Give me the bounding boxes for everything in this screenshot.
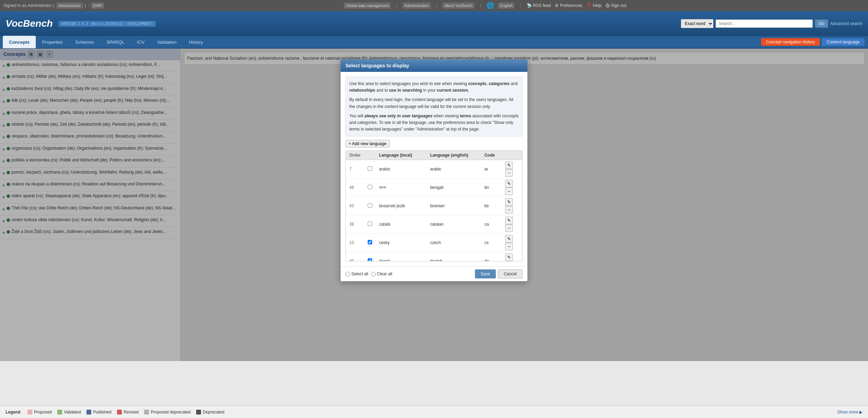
go-button[interactable]: Go bbox=[815, 19, 828, 28]
tab-concepts[interactable]: Concepts bbox=[3, 36, 36, 48]
legend-dot-prop-dep bbox=[144, 410, 149, 415]
clear-all-radio-input[interactable] bbox=[371, 272, 376, 276]
legend-dot-validated bbox=[57, 410, 62, 415]
lang-checkbox-0[interactable] bbox=[368, 166, 372, 171]
lang-check-cell-0[interactable] bbox=[364, 160, 376, 178]
lang-remove-btn-3[interactable]: − bbox=[505, 224, 513, 232]
concept-navigation-history-button[interactable]: Concept navigation history bbox=[761, 38, 820, 46]
lang-actions-3: ✎ − bbox=[502, 215, 522, 234]
lang-remove-btn-0[interactable]: − bbox=[505, 169, 513, 177]
app-header: VocBench VERSION 2.4.2 [Build 20160531] … bbox=[0, 11, 868, 36]
modal-header: Select languages to display bbox=[341, 59, 527, 72]
administration-dropdown[interactable]: Administration bbox=[403, 3, 431, 8]
col-header-check bbox=[364, 151, 376, 160]
lang-actions-2: ✎ − bbox=[502, 197, 522, 215]
lang-remove-btn-4[interactable]: − bbox=[505, 243, 513, 250]
language-row-3: 38 català catalan ca ✎ − bbox=[346, 215, 522, 234]
preferences-link[interactable]: ⚙ Preferences bbox=[555, 3, 582, 8]
tab-properties[interactable]: Properties bbox=[36, 36, 69, 48]
col-header-order: Order bbox=[346, 151, 364, 160]
lang-english-4: czech bbox=[427, 234, 481, 252]
lang-remove-btn-2[interactable]: − bbox=[505, 206, 513, 214]
language-table: Order Language (local) Language (english… bbox=[346, 151, 522, 261]
lang-check-cell-3[interactable] bbox=[364, 215, 376, 234]
tab-icv[interactable]: ICV bbox=[131, 36, 151, 48]
search-input[interactable] bbox=[716, 19, 813, 28]
lang-local-5: dansk bbox=[376, 252, 427, 262]
about-vocbench-dropdown[interactable]: About VocBench bbox=[443, 3, 474, 8]
lang-checkbox-1[interactable] bbox=[368, 185, 372, 189]
lang-check-cell-2[interactable] bbox=[364, 197, 376, 215]
signed-in-label: Signed in as Administrator ( bbox=[3, 3, 55, 8]
language-dropdown[interactable]: English bbox=[498, 3, 514, 8]
rss-feed-link[interactable]: 📡 RSS feed bbox=[527, 3, 551, 8]
legend-item-validated: Validated bbox=[57, 410, 81, 415]
lang-check-cell-5[interactable] bbox=[364, 252, 376, 262]
footer-right: Save Cancel bbox=[475, 269, 523, 278]
search-type-dropdown[interactable]: Exact word bbox=[681, 19, 713, 28]
show-more-link[interactable]: Show more ▶ bbox=[837, 410, 862, 415]
lang-remove-btn-1[interactable]: − bbox=[505, 187, 513, 195]
lang-remove-btn-5[interactable]: − bbox=[505, 261, 513, 261]
lang-edit-btn-4[interactable]: ✎ bbox=[505, 235, 513, 243]
footer-left: Select all Clear all bbox=[345, 271, 392, 276]
language-row-0: 7 arabic arabic ar ✎ − bbox=[346, 160, 522, 178]
nav-right-buttons: Concept navigation history Content langu… bbox=[761, 38, 868, 46]
app-logo: VocBench bbox=[6, 18, 53, 29]
clear-all-radio[interactable]: Clear all bbox=[371, 271, 392, 276]
lang-english-2: bosnian bbox=[427, 197, 481, 215]
cancel-button[interactable]: Cancel bbox=[498, 269, 523, 278]
lang-edit-btn-0[interactable]: ✎ bbox=[505, 161, 513, 169]
tab-sparql[interactable]: SPARQL bbox=[100, 36, 131, 48]
legend-dot-revised bbox=[117, 410, 122, 415]
lang-order-3: 38 bbox=[346, 215, 364, 234]
content-language-button[interactable]: Content language bbox=[822, 38, 865, 46]
app-version: VERSION 2.4.2 [Build 20160531] (DEVELOPM… bbox=[58, 21, 156, 27]
advanced-search-link[interactable]: Advanced search bbox=[830, 21, 862, 26]
lang-code-5: da bbox=[481, 252, 502, 262]
top-center-nav: Global data management | Administration … bbox=[106, 2, 865, 9]
language-row-1: 46 বাংলা bengali bn ✎ − bbox=[346, 178, 522, 197]
lang-order-4: 13 bbox=[346, 234, 364, 252]
lang-edit-btn-5[interactable]: ✎ bbox=[505, 253, 513, 261]
lang-actions-0: ✎ − bbox=[502, 160, 522, 178]
lang-checkbox-2[interactable] bbox=[368, 203, 372, 208]
legend-item-prop-dep: Proposed deprecated bbox=[144, 410, 191, 415]
select-all-radio-input[interactable] bbox=[345, 272, 350, 276]
language-table-container: Order Language (local) Language (english… bbox=[345, 150, 523, 261]
tab-validation[interactable]: Validation bbox=[151, 36, 183, 48]
lang-code-4: cs bbox=[481, 234, 502, 252]
language-row-4: 13 cesky czech cs ✎ − bbox=[346, 234, 522, 252]
lang-actions-1: ✎ − bbox=[502, 178, 522, 197]
lang-edit-btn-2[interactable]: ✎ bbox=[505, 198, 513, 206]
help-link[interactable]: ❓ Help bbox=[586, 3, 601, 8]
lang-checkbox-3[interactable] bbox=[368, 221, 372, 226]
legend-dot-published bbox=[86, 410, 91, 415]
lang-local-0: arabic bbox=[376, 160, 427, 178]
ehri-dropdown[interactable]: EHRI bbox=[91, 3, 104, 8]
tab-schemes[interactable]: Schemes bbox=[69, 36, 100, 48]
lang-edit-btn-3[interactable]: ✎ bbox=[505, 217, 513, 224]
lang-local-4: cesky bbox=[376, 234, 427, 252]
lang-check-cell-4[interactable] bbox=[364, 234, 376, 252]
save-button[interactable]: Save bbox=[475, 269, 495, 278]
col-header-code: Code bbox=[481, 151, 502, 160]
lang-checkbox-4[interactable] bbox=[368, 240, 372, 244]
legend-bar: Legend Proposed Validated Published Revi… bbox=[0, 406, 868, 418]
add-new-language-button[interactable]: + Add new language bbox=[345, 140, 390, 148]
lang-check-cell-1[interactable] bbox=[364, 178, 376, 197]
lang-checkbox-5[interactable] bbox=[368, 258, 372, 261]
lang-code-1: bn bbox=[481, 178, 502, 197]
global-data-dropdown[interactable]: Global data management bbox=[344, 3, 391, 8]
select-all-radio[interactable]: Select all bbox=[345, 271, 368, 276]
lang-edit-btn-1[interactable]: ✎ bbox=[505, 180, 513, 187]
legend-item-published: Published bbox=[86, 410, 111, 415]
legend-dot-proposed bbox=[27, 410, 32, 415]
sign-out-link[interactable]: ⏻ Sign out bbox=[606, 3, 626, 8]
lang-order-0: 7 bbox=[346, 160, 364, 178]
lang-order-5: 40 bbox=[346, 252, 364, 262]
admin-user-dropdown[interactable]: Administrator bbox=[57, 3, 83, 8]
lang-english-1: bengali bbox=[427, 178, 481, 197]
lang-english-3: catalan bbox=[427, 215, 481, 234]
tab-history[interactable]: History bbox=[183, 36, 209, 48]
